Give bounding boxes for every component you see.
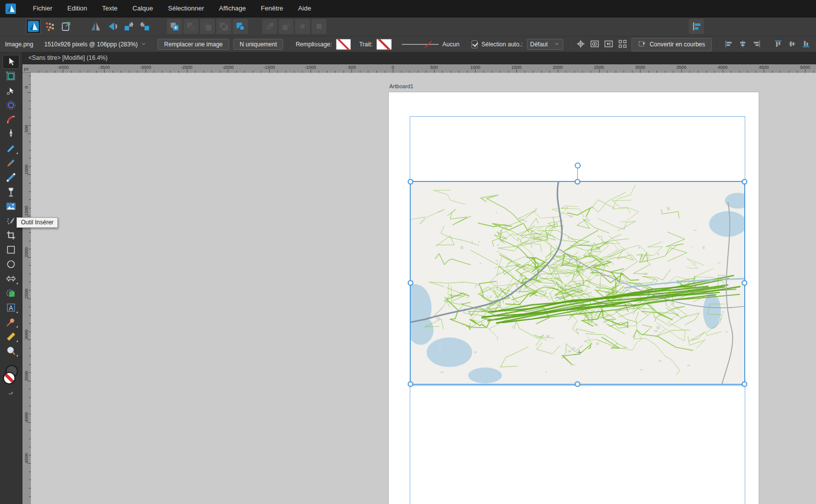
handle-top-center[interactable] xyxy=(575,179,580,184)
vector-brush-tool[interactable] xyxy=(2,156,19,170)
alignment-handles-button[interactable] xyxy=(604,38,614,51)
selected-map-image[interactable] xyxy=(410,181,745,385)
align-left-button[interactable] xyxy=(724,38,734,50)
separator xyxy=(569,39,570,50)
arrange-backward-button xyxy=(295,19,310,34)
fill-stroke-wells[interactable] xyxy=(2,365,20,388)
arrange-forward-button xyxy=(279,19,294,34)
flyout-indicator xyxy=(16,326,18,328)
corner-tool[interactable] xyxy=(2,113,19,127)
rotate-ccw-button[interactable] xyxy=(121,19,136,34)
shape-tool[interactable] xyxy=(2,272,19,286)
stroke-style-preview[interactable] xyxy=(402,40,439,49)
pen-tool[interactable] xyxy=(2,127,19,141)
menu-aide[interactable]: Aide xyxy=(291,0,319,17)
text-tool[interactable]: A xyxy=(2,301,19,315)
align-right-button[interactable] xyxy=(752,38,762,50)
rectangle-tool[interactable] xyxy=(2,243,19,257)
boolean-divide-button[interactable] xyxy=(233,19,248,34)
menu-bar: FichierEditionTexteCalqueSélectionnerAff… xyxy=(0,0,816,17)
swap-colors-icon[interactable] xyxy=(8,389,14,395)
auto-select-checkbox[interactable] xyxy=(472,40,478,48)
convert-curves-icon xyxy=(638,40,646,49)
n-only-button[interactable]: N uniquement xyxy=(233,39,284,50)
point-transform-tool[interactable] xyxy=(2,98,19,112)
align-top-button[interactable] xyxy=(773,38,783,50)
affinity-designer-window: FichierEditionTexteCalqueSélectionnerAff… xyxy=(0,0,816,504)
ellipse-tool[interactable] xyxy=(2,257,19,271)
separator xyxy=(718,39,718,50)
handle-bottom-center[interactable] xyxy=(575,381,580,387)
empty-frame-bottom[interactable] xyxy=(410,385,745,504)
handle-top-right[interactable] xyxy=(742,179,747,184)
pencil-tool[interactable] xyxy=(2,142,19,156)
align-center-h-icon xyxy=(738,39,748,50)
image-info-dropdown[interactable]: 1510x926 pixels @ 106ppp (283%) xyxy=(44,41,147,48)
transform-separately-button[interactable] xyxy=(618,38,628,51)
menu-calque[interactable]: Calque xyxy=(125,0,161,17)
transparency-tool[interactable] xyxy=(2,185,19,199)
hide-selection-button[interactable] xyxy=(590,38,600,51)
handle-bottom-right[interactable] xyxy=(742,381,747,387)
horizontal-ruler[interactable]: -4000-3500-3000-2500-2000-1500-1000-5000… xyxy=(31,64,816,73)
ruler-unit[interactable]: px xyxy=(22,64,31,73)
stroke-style-value[interactable]: Aucun xyxy=(443,41,460,48)
image-filename: Image.png xyxy=(5,41,33,48)
place-image-tool[interactable] xyxy=(2,199,19,213)
export-persona-button[interactable] xyxy=(59,19,74,34)
convert-to-curves-button[interactable]: Convertir en courbes xyxy=(632,38,711,51)
fill-tool[interactable] xyxy=(2,170,19,184)
pixel-persona-button[interactable] xyxy=(42,19,57,34)
align-bottom-icon xyxy=(801,39,811,50)
boolean-add-button[interactable] xyxy=(167,19,182,34)
artboard-label[interactable]: Artboard1 xyxy=(389,83,413,89)
menu-affichage[interactable]: Affichage xyxy=(211,0,253,17)
replace-image-button[interactable]: Remplacer une image xyxy=(158,39,229,50)
flyout-indicator xyxy=(16,282,18,284)
chevron-down-icon xyxy=(141,41,147,48)
rotate-cw-button[interactable] xyxy=(138,19,153,34)
menu-texte[interactable]: Texte xyxy=(95,0,125,17)
artboard-tool[interactable] xyxy=(2,69,19,83)
measure-tool[interactable] xyxy=(2,330,19,343)
transform-origin-icon xyxy=(576,39,586,50)
separator xyxy=(466,39,466,50)
auto-select-dropdown[interactable]: Défaut xyxy=(527,39,564,50)
flip-horizontal-button[interactable] xyxy=(88,19,103,34)
boolean-subtract-button xyxy=(183,19,198,34)
menu-se-lectionner[interactable]: Sélectionner xyxy=(161,0,211,17)
alignment-button[interactable] xyxy=(689,19,704,34)
zoom-tool[interactable] xyxy=(2,344,19,358)
canvas[interactable]: Artboard1 xyxy=(31,73,816,504)
align-middle-vertical-button[interactable] xyxy=(787,38,797,50)
rotation-handle[interactable] xyxy=(575,163,581,168)
designer-persona-button[interactable] xyxy=(26,19,41,34)
node-tool[interactable] xyxy=(2,84,19,98)
menu-edition[interactable]: Edition xyxy=(60,0,95,17)
stroke-swatch[interactable] xyxy=(376,39,392,50)
flood-fill-tool[interactable] xyxy=(2,286,19,300)
boolean-intersect-button xyxy=(200,19,215,34)
handle-bottom-left[interactable] xyxy=(408,381,413,387)
context-toolbar: Image.png 1510x926 pixels @ 106ppp (283%… xyxy=(0,36,816,53)
handle-middle-right[interactable] xyxy=(742,280,747,286)
fill-color-well[interactable] xyxy=(3,372,15,384)
arrange-back-button xyxy=(312,19,326,34)
vertical-ruler[interactable]: 050010001500200025003000350040004500 xyxy=(22,73,31,504)
transform-origin-button[interactable] xyxy=(576,38,586,51)
document-tab-bar: <Sans titre> [Modifié] (16.4%) xyxy=(22,52,816,64)
svg-text:A: A xyxy=(9,305,13,312)
handle-top-left[interactable] xyxy=(408,179,413,184)
flyout-indicator xyxy=(16,354,18,356)
menu-fichier[interactable]: Fichier xyxy=(25,0,60,17)
fill-swatch[interactable] xyxy=(336,39,351,50)
move-tool[interactable] xyxy=(2,55,19,69)
vector-crop-tool[interactable] xyxy=(2,228,19,242)
align-bottom-button[interactable] xyxy=(801,38,811,50)
color-picker-tool[interactable] xyxy=(2,315,19,329)
handle-middle-left[interactable] xyxy=(408,280,413,286)
flip-vertical-button[interactable] xyxy=(105,19,120,34)
document-tab[interactable]: <Sans titre> [Modifié] (16.4%) xyxy=(22,52,114,64)
menu-fene-tre[interactable]: Fenêtre xyxy=(253,0,291,17)
align-center-horizontal-button[interactable] xyxy=(738,38,748,50)
